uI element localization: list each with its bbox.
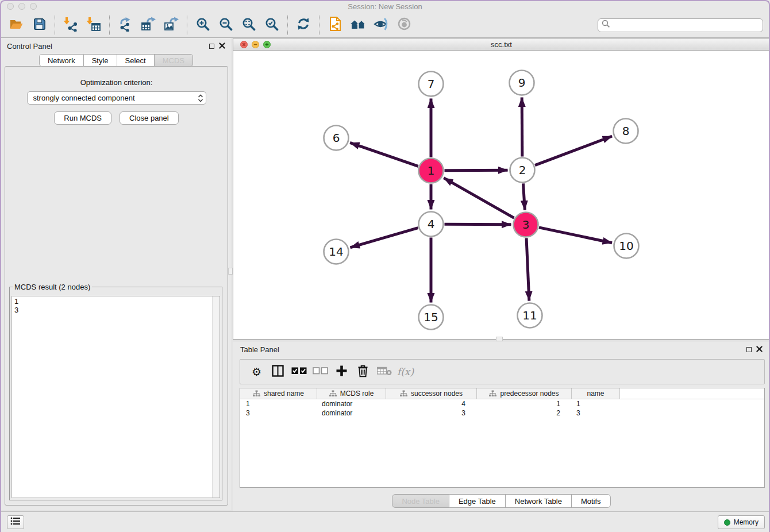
control-panel-title: Control Panel xyxy=(7,42,52,51)
select-all-columns-button[interactable] xyxy=(288,362,310,381)
mcds-result-textarea[interactable]: 1 3 xyxy=(12,296,212,498)
graph-edge-4-3[interactable] xyxy=(444,224,511,225)
tab-network[interactable]: Network xyxy=(39,54,84,67)
hierarchy-icon xyxy=(329,390,337,397)
zoom-fit-button[interactable] xyxy=(237,16,260,35)
export-image-button[interactable] xyxy=(160,16,183,35)
new-network-from-file-button[interactable] xyxy=(324,16,346,35)
cell-predecessor-nodes[interactable]: 2 xyxy=(477,409,572,417)
table-settings-button[interactable]: ⚙ xyxy=(246,362,267,381)
horizontal-splitter-handle[interactable] xyxy=(496,337,503,341)
tab-network-table[interactable]: Network Table xyxy=(506,494,572,508)
eye-paint-icon xyxy=(374,17,389,34)
close-panel-button[interactable]: Close panel xyxy=(120,111,179,125)
column-header-successor-nodes[interactable]: successor nodes xyxy=(386,388,477,399)
import-table-icon xyxy=(86,17,101,34)
memory-status-icon xyxy=(724,519,730,526)
graph-edge-4-14[interactable] xyxy=(350,228,418,248)
graph-edge-2-3[interactable] xyxy=(523,183,525,210)
import-table-button[interactable] xyxy=(82,16,105,35)
task-history-button[interactable] xyxy=(7,515,24,529)
zoom-selected-button[interactable] xyxy=(260,16,283,35)
close-panel-icon[interactable] xyxy=(219,42,225,51)
graph-edge-2-8[interactable] xyxy=(535,136,612,165)
graph-edge-3-10[interactable] xyxy=(539,228,612,243)
memory-button[interactable]: Memory xyxy=(718,515,765,529)
refresh-button[interactable] xyxy=(292,16,315,35)
export-network-button[interactable] xyxy=(114,16,137,35)
search-field[interactable] xyxy=(598,18,763,32)
tab-node-table[interactable]: Node Table xyxy=(392,494,449,508)
open-session-button[interactable] xyxy=(5,16,28,35)
graph-edge-3-11[interactable] xyxy=(526,238,529,300)
home-button[interactable] xyxy=(346,16,369,35)
column-header-shared-name[interactable]: shared name xyxy=(240,388,317,399)
control-panel: Control Panel Network Style Select MCDS … xyxy=(1,38,231,510)
float-table-panel-icon[interactable] xyxy=(746,347,752,352)
tab-edge-table[interactable]: Edge Table xyxy=(449,494,506,508)
zoom-fit-icon xyxy=(242,17,256,33)
hierarchy-icon xyxy=(253,390,260,397)
float-panel-icon[interactable] xyxy=(209,44,214,49)
toolbar-separator xyxy=(55,16,55,35)
cell-shared-name[interactable]: 1 xyxy=(240,400,317,408)
import-network-button[interactable] xyxy=(59,16,82,35)
open-folder-icon xyxy=(9,17,24,34)
cell-mcds-role[interactable]: dominator xyxy=(317,400,386,408)
cell-shared-name[interactable]: 3 xyxy=(240,409,317,417)
list-icon xyxy=(10,516,21,528)
column-header-predecessor-nodes[interactable]: predecessor nodes xyxy=(477,388,572,399)
cell-successor-nodes[interactable]: 4 xyxy=(386,400,477,408)
table-row[interactable]: 3 dominator 3 2 3 xyxy=(240,408,764,418)
main-toolbar xyxy=(0,13,770,38)
cell-mcds-role[interactable]: dominator xyxy=(317,409,386,417)
column-header-name[interactable]: name xyxy=(572,388,620,399)
export-network-icon xyxy=(118,17,133,34)
show-columns-button[interactable] xyxy=(267,362,288,381)
vertical-splitter-handle[interactable] xyxy=(228,268,233,275)
graph-node-label-6: 6 xyxy=(333,131,340,145)
search-icon xyxy=(602,20,610,30)
cell-name[interactable]: 3 xyxy=(572,409,620,417)
network-canvas[interactable]: 1234678910111415 xyxy=(233,51,769,339)
result-scrollbar[interactable] xyxy=(212,296,220,498)
graph-edge-1-6[interactable] xyxy=(350,142,418,166)
criterion-dropdown[interactable]: strongly connected component xyxy=(27,91,206,105)
control-panel-tabs: Network Style Select MCDS xyxy=(1,54,231,67)
cell-name[interactable]: 1 xyxy=(572,400,620,408)
run-mcds-button[interactable]: Run MCDS xyxy=(54,111,111,125)
gear-icon: ⚙ xyxy=(252,367,261,377)
column-header-mcds-role[interactable]: MCDS role xyxy=(317,388,386,399)
graph-node-label-11: 11 xyxy=(522,309,537,322)
tab-select[interactable]: Select xyxy=(117,54,155,67)
graph-edge-2-9[interactable] xyxy=(522,97,522,156)
graph-node-label-2: 2 xyxy=(519,163,526,177)
table-tabs: Node Table Edge Table Network Table Moti… xyxy=(233,494,770,508)
create-column-button[interactable] xyxy=(331,362,352,381)
export-table-button[interactable] xyxy=(137,16,160,35)
cell-successor-nodes[interactable]: 3 xyxy=(386,409,477,417)
import-network-icon xyxy=(63,17,78,34)
tab-style[interactable]: Style xyxy=(84,54,117,67)
save-floppy-icon xyxy=(32,17,47,33)
search-input[interactable] xyxy=(610,21,759,29)
delete-column-button[interactable] xyxy=(352,362,374,381)
tab-motifs[interactable]: Motifs xyxy=(572,494,611,508)
zoom-out-button[interactable] xyxy=(214,16,237,35)
export-image-icon xyxy=(164,17,179,34)
save-session-button[interactable] xyxy=(28,16,51,35)
unselect-all-columns-button[interactable] xyxy=(310,362,331,381)
toolbar-separator xyxy=(287,16,288,35)
checked-boxes-icon xyxy=(291,367,307,377)
zoom-in-button[interactable] xyxy=(191,16,214,35)
graph-edge-1-2[interactable] xyxy=(444,170,507,171)
close-table-panel-icon[interactable] xyxy=(756,345,763,354)
zoom-selected-icon xyxy=(265,17,279,33)
criterion-value: strongly connected component xyxy=(33,94,135,102)
cell-predecessor-nodes[interactable]: 1 xyxy=(477,400,572,408)
graphics-details-button[interactable] xyxy=(369,16,392,35)
table-row[interactable]: 1 dominator 4 1 1 xyxy=(240,399,764,408)
graph-edge-3-1[interactable] xyxy=(444,178,514,218)
network-frame-title: scc.txt xyxy=(233,40,769,49)
tab-mcds[interactable]: MCDS xyxy=(155,54,193,67)
